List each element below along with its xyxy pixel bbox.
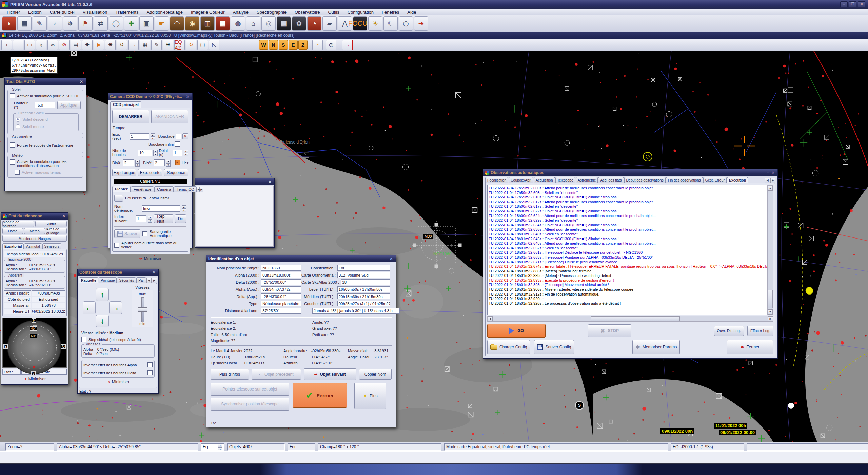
menu-item[interactable]: Analyse (229, 9, 253, 15)
soleil-descend-radio[interactable] (16, 117, 20, 122)
hauteur-input[interactable]: -5,0 (35, 102, 55, 108)
delai-input[interactable]: 1 (173, 150, 182, 156)
menu-item[interactable]: Edition (24, 9, 46, 15)
observations-tab[interactable]: Astrométrie (576, 177, 598, 183)
scroll-right-icon[interactable]: ▶ (768, 316, 773, 321)
printer-icon[interactable]: ▤ (71, 40, 81, 50)
controle-tab[interactable]: Pointage (99, 277, 117, 283)
speed-slider-thumb[interactable] (138, 307, 147, 312)
etat-tab[interactable]: Equatorial (2, 243, 24, 249)
plus-infos-button[interactable]: Plus d'infos (211, 369, 249, 380)
m42-label[interactable]: NGC1976=M42=Nebuleuse d'Orion (245, 140, 310, 145)
menu-item[interactable]: Spectrographie (253, 9, 291, 15)
selection-icon[interactable]: ▢ (197, 40, 208, 50)
pointer-hand-icon[interactable]: ☛ (155, 16, 169, 31)
tab-scroll-left-icon[interactable]: ◀ (146, 278, 152, 283)
object-field-value[interactable]: 00h25m27s (J+1) / 01h25m27s (J+1) (337, 301, 390, 306)
nom-stepper[interactable]: ▲▼ (182, 205, 186, 211)
eq-az-icon[interactable]: EQ AZ (174, 40, 185, 50)
open-log-dir-button[interactable]: Ouvr. Dir. Log. (714, 326, 744, 336)
palette-icon[interactable]: ◗ (2, 16, 16, 31)
inverse-delta-checkbox[interactable] (147, 370, 153, 375)
memorize-params-button[interactable]: ✱Memoriser Params (632, 340, 680, 354)
etat-section-button[interactable]: Modèle de pointage (2, 221, 34, 227)
close-icon[interactable]: ✕ (61, 214, 66, 218)
etat-section-button[interactable]: Subtils (35, 221, 67, 227)
bouclage-infini-checkbox[interactable] (175, 141, 180, 147)
tab-scroll-right-icon[interactable]: ▶ (152, 278, 157, 283)
dir-button[interactable]: Dir (175, 214, 186, 223)
lier-checkbox[interactable] (175, 160, 180, 165)
globe-icon[interactable]: ♁ (48, 16, 62, 31)
menu-item[interactable]: Imagerie Couleur (187, 9, 229, 15)
controle-minimize-button[interactable]: ➔Minimiser (104, 379, 132, 385)
object-field-value[interactable]: 20h15m39s / 21h15m39s (337, 293, 390, 299)
sauvegarde-auto-checkbox[interactable] (142, 231, 147, 236)
etat-section-button[interactable]: Météo (24, 228, 45, 234)
camera-subtab[interactable]: Fenêtrage (131, 186, 154, 192)
copier-nom-button[interactable]: Copier Nom (359, 369, 392, 380)
log-vertical-scrollbar[interactable]: ▲ ▼ (767, 185, 773, 315)
tab-scroll-right-icon[interactable]: ▶ (200, 187, 203, 192)
compass-direction-button[interactable]: N (269, 40, 278, 50)
etat-minimize-button[interactable]: ➔Minimiser (21, 376, 48, 382)
scroll-up-icon[interactable]: ▲ (768, 186, 773, 191)
etat-section-button[interactable]: Axes de guidage (46, 228, 67, 234)
object-field-value[interactable]: 03h33m18.000s (261, 272, 301, 278)
observations-tab[interactable]: Execution (727, 177, 748, 183)
close-icon[interactable]: ✕ (267, 179, 273, 184)
center-star-icon[interactable]: ✳ (105, 40, 116, 50)
nom-generique-input[interactable]: Img- (142, 205, 180, 212)
sun-icon[interactable]: ☀ (368, 16, 382, 31)
calendar-icon[interactable]: ▦ (140, 40, 150, 50)
menu-item[interactable]: Carte du ciel (46, 9, 79, 15)
controle-tab[interactable]: Sécurités (117, 277, 136, 283)
eye-edit-icon[interactable]: ✎ (151, 40, 162, 50)
object-field-value[interactable]: Nébuleuse planétaire (261, 301, 301, 306)
observations-tab[interactable]: Début des observations (624, 177, 666, 183)
slew-west-button[interactable]: → (109, 301, 122, 314)
object-field-value[interactable]: -25°43'30.04" (261, 293, 301, 299)
gauge-icon[interactable]: ◔ (307, 16, 321, 31)
pan-arrows-icon[interactable]: ✥ (82, 40, 93, 50)
camera-minimize-button[interactable]: ➔Minimiser (136, 255, 164, 262)
moon-icon[interactable]: ☾ (383, 16, 398, 31)
mode-stepper[interactable]: ▲▼ (218, 444, 222, 450)
tab-scroll-left-icon[interactable]: ◀ (197, 187, 200, 192)
compass-direction-button[interactable]: Z (298, 40, 308, 50)
ccd-sensor-icon[interactable]: ▦ (277, 16, 291, 31)
clock-icon[interactable]: ◷ (326, 40, 336, 50)
filtre-checkbox[interactable] (114, 243, 119, 248)
mauvais-temps-checkbox[interactable] (15, 170, 20, 175)
status-mode-select[interactable]: Eq ▲▼ (201, 443, 224, 451)
refresh-icon[interactable]: ↻ (186, 40, 196, 50)
exposure-input[interactable]: 1 (130, 133, 149, 140)
ut-globe-icon[interactable]: ◔ (312, 40, 323, 50)
sim-soleil-checkbox[interactable] (10, 93, 15, 98)
slew-east-button[interactable]: ← (83, 301, 96, 314)
index-suivant-input[interactable]: 1 (136, 215, 146, 222)
menu-item[interactable]: Visualisation (79, 9, 112, 15)
demarrer-button[interactable]: DEMARRER (112, 110, 149, 124)
controle-tab[interactable]: Par (136, 277, 146, 283)
window-icon[interactable]: ▣ (139, 16, 154, 31)
plus-button[interactable]: ✦Plus (354, 383, 386, 409)
compass-direction-button[interactable]: W (259, 40, 268, 50)
close-icon[interactable]: ✕ (185, 94, 191, 99)
fermer-button[interactable]: ✔ Fermer (293, 383, 347, 408)
object-field-value[interactable]: 18 (341, 279, 390, 285)
dome-icon[interactable]: ◠ (170, 16, 184, 31)
plate-icon[interactable]: ◎ (261, 16, 276, 31)
controle-tab[interactable]: Raquette (79, 277, 98, 283)
compass-direction-button[interactable]: E (289, 40, 298, 50)
scroll-down-icon[interactable]: ▼ (768, 309, 773, 315)
biny-input[interactable]: 2 (154, 159, 165, 166)
binx-input[interactable]: 2 (123, 159, 134, 166)
observations-tab[interactable]: Gest. Erreur (703, 177, 727, 183)
stop-sideral-checkbox[interactable] (81, 337, 86, 342)
scroll-left-icon[interactable]: ◀ (488, 316, 493, 321)
observations-tab[interactable]: Telescope (555, 177, 575, 183)
goto-icon[interactable]: → (128, 40, 139, 50)
nbre-boucles-input[interactable]: 10 (138, 150, 152, 156)
zoom-in-icon[interactable]: ＋ (1, 40, 12, 50)
